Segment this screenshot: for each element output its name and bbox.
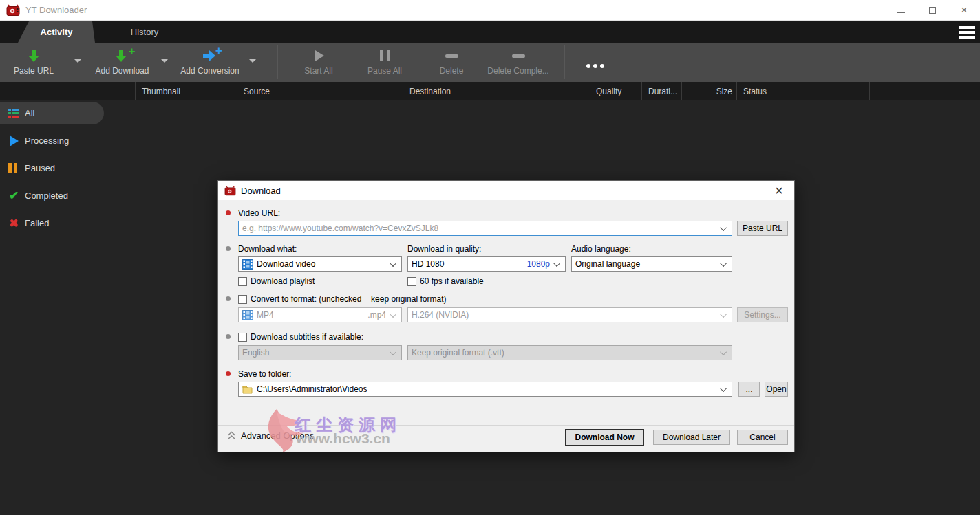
- start-all-button[interactable]: Start All: [289, 45, 348, 79]
- optional-dot: [226, 334, 231, 339]
- tab-activity-label: Activity: [41, 27, 73, 37]
- delete-completed-icon: [512, 47, 525, 65]
- checkbox-icon: [407, 277, 416, 286]
- open-folder-button[interactable]: Open: [765, 382, 788, 397]
- queue-table-header: Thumbnail Source Destination Quality Dur…: [0, 82, 980, 100]
- download-what-value: Download video: [257, 259, 315, 269]
- sidebar-item-label: Completed: [25, 190, 68, 201]
- subtitles-checkbox[interactable]: Download subtitles if available:: [238, 332, 363, 342]
- window-controls: ×: [885, 0, 980, 21]
- dialog-title: Download: [241, 186, 281, 196]
- delete-completed-button[interactable]: Delete Comple...: [482, 45, 555, 79]
- download-later-button[interactable]: Download Later: [653, 430, 730, 445]
- column-filler: [869, 82, 980, 100]
- pause-all-label: Pause All: [368, 66, 402, 76]
- subtitle-format-combobox: Keep original format (.vtt): [407, 345, 732, 360]
- more-actions-button[interactable]: [577, 45, 614, 79]
- column-status[interactable]: Status: [736, 82, 869, 100]
- checkbox-icon: [238, 333, 247, 342]
- add-download-label: Add Download: [95, 66, 149, 76]
- column-quality[interactable]: Quality: [582, 82, 641, 100]
- quality-combobox[interactable]: HD 1080 1080p: [407, 256, 566, 272]
- sidebar-item-processing[interactable]: Processing: [0, 129, 69, 152]
- column-size[interactable]: Size: [681, 82, 736, 100]
- fps-checkbox[interactable]: 60 fps if available: [407, 276, 484, 286]
- delete-icon: [445, 47, 458, 65]
- video-url-combobox[interactable]: [238, 221, 732, 236]
- sidebar-item-label: Paused: [25, 163, 55, 173]
- audio-language-combobox[interactable]: Original language: [571, 256, 732, 272]
- convert-checkbox[interactable]: Convert to format: (unchecked = keep ori…: [238, 294, 446, 304]
- convert-label: Convert to format: (unchecked = keep ori…: [251, 294, 446, 304]
- chevron-down-icon[interactable]: [720, 260, 727, 267]
- chevron-down-icon: [390, 311, 396, 318]
- paste-url-dropdown-caret[interactable]: [74, 59, 81, 63]
- column-select[interactable]: [0, 82, 135, 100]
- sidebar-item-completed[interactable]: ✔ Completed: [0, 184, 68, 207]
- subtitles-label: Download subtitles if available:: [251, 332, 363, 342]
- maximize-icon: [929, 7, 936, 14]
- chevron-down-icon: [390, 349, 396, 355]
- tab-history-label: History: [131, 27, 158, 37]
- add-conversion-button[interactable]: + Add Conversion: [176, 45, 244, 79]
- cancel-button[interactable]: Cancel: [737, 430, 788, 445]
- film-icon: [242, 259, 253, 270]
- quality-value: HD 1080: [412, 259, 444, 269]
- convert-format-value: MP4: [257, 310, 274, 320]
- save-folder-label: Save to folder:: [238, 369, 291, 379]
- dialog-tv-icon: [224, 186, 236, 196]
- dialog-close-button[interactable]: ✕: [771, 183, 787, 198]
- chevron-down-icon[interactable]: [553, 260, 560, 267]
- add-conversion-dropdown-caret[interactable]: [249, 59, 256, 63]
- sidebar-item-paused[interactable]: Paused: [0, 157, 55, 179]
- tab-history[interactable]: History: [103, 21, 186, 43]
- double-chevron-up-icon: [226, 430, 237, 441]
- pause-all-button[interactable]: Pause All: [355, 45, 414, 79]
- paste-url-dialog-button[interactable]: Paste URL: [737, 221, 788, 236]
- add-download-button[interactable]: + Add Download: [89, 45, 155, 79]
- pause-all-icon: [380, 47, 390, 65]
- plus-icon: +: [129, 45, 136, 57]
- sidebar-item-all[interactable]: All: [0, 102, 104, 124]
- toolbar-separator: [564, 45, 565, 79]
- minimize-button[interactable]: [885, 0, 917, 21]
- menu-button[interactable]: [959, 26, 975, 39]
- window-title: YT Downloader: [25, 5, 87, 15]
- sidebar-item-failed[interactable]: ✖ Failed: [0, 212, 49, 234]
- add-download-icon: +: [115, 47, 130, 65]
- download-now-button[interactable]: Download Now: [565, 429, 644, 446]
- browse-folder-button[interactable]: ...: [738, 382, 760, 397]
- video-url-input[interactable]: [242, 223, 718, 233]
- tab-activity[interactable]: Activity: [18, 21, 95, 43]
- chevron-down-icon[interactable]: [720, 385, 727, 392]
- add-download-dropdown-caret[interactable]: [161, 59, 168, 63]
- titlebar: YT Downloader ×: [0, 0, 980, 21]
- paste-url-label: Paste URL: [14, 66, 54, 76]
- fps-label: 60 fps if available: [420, 276, 484, 286]
- close-button[interactable]: ×: [948, 0, 980, 21]
- start-all-play-icon: [312, 47, 326, 65]
- maximize-button[interactable]: [917, 0, 948, 21]
- start-all-label: Start All: [304, 66, 332, 76]
- close-icon: ✕: [774, 184, 783, 197]
- dialog-titlebar: Download ✕: [218, 181, 794, 200]
- column-destination[interactable]: Destination: [403, 82, 582, 100]
- folder-icon: [242, 385, 253, 394]
- save-folder-combobox[interactable]: C:\Users\Administrator\Videos: [238, 382, 732, 397]
- download-playlist-checkbox[interactable]: Download playlist: [238, 276, 315, 286]
- app-logo-tv-icon: [6, 4, 20, 17]
- download-playlist-label: Download playlist: [251, 276, 315, 286]
- ellipsis-icon: [585, 57, 606, 75]
- delete-button[interactable]: Delete: [422, 45, 481, 79]
- column-thumbnail[interactable]: Thumbnail: [135, 82, 237, 100]
- chevron-down-icon: [720, 311, 727, 318]
- completed-check-icon: ✔: [8, 188, 20, 203]
- chevron-down-icon[interactable]: [720, 224, 727, 231]
- download-what-combobox[interactable]: Download video: [238, 256, 402, 272]
- delete-label: Delete: [440, 66, 464, 76]
- column-source[interactable]: Source: [237, 82, 403, 100]
- chevron-down-icon[interactable]: [390, 260, 396, 267]
- advanced-options-toggle[interactable]: Advanced Options: [226, 430, 314, 441]
- column-duration[interactable]: Durati...: [641, 82, 681, 100]
- paste-url-button[interactable]: Paste URL: [6, 45, 62, 79]
